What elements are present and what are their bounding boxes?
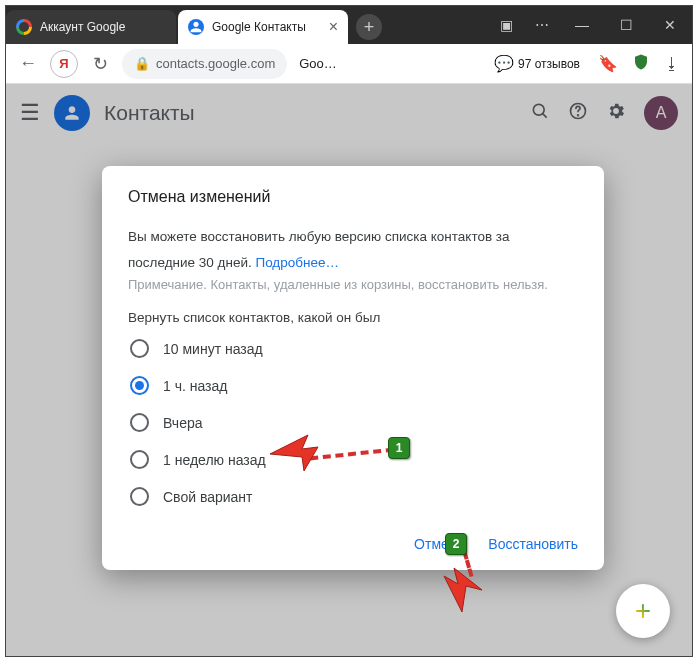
app-logo-icon	[54, 95, 90, 131]
dialog-note: Примечание. Контакты, удаленные из корзи…	[128, 277, 578, 292]
window-minimize-button[interactable]: —	[560, 6, 604, 44]
browser-window: Аккаунт Google Google Контакты × + ▣ ⋯ —…	[5, 5, 693, 657]
svg-point-0	[533, 104, 544, 115]
radio-icon	[130, 487, 149, 506]
option-10-min[interactable]: 10 минут назад	[130, 339, 578, 358]
close-tab-icon[interactable]: ×	[329, 18, 338, 36]
search-icon[interactable]	[530, 101, 550, 126]
titlebar: Аккаунт Google Google Контакты × + ▣ ⋯ —…	[6, 6, 692, 44]
help-icon[interactable]	[568, 101, 588, 126]
reload-button[interactable]: ↻	[86, 50, 114, 78]
address-bar: ← Я ↻ 🔒 contacts.google.com Goo… 💬 97 от…	[6, 44, 692, 84]
option-custom[interactable]: Свой вариант	[130, 487, 578, 506]
url-truncated: Goo…	[299, 56, 337, 71]
window-close-button[interactable]: ✕	[648, 6, 692, 44]
new-tab-button[interactable]: +	[356, 14, 382, 40]
restore-button[interactable]: Восстановить	[488, 536, 578, 552]
hamburger-menu-icon[interactable]: ☰	[20, 100, 40, 126]
app-title: Контакты	[104, 101, 195, 125]
menu-dots-icon[interactable]: ⋯	[524, 6, 560, 44]
radio-icon	[130, 339, 149, 358]
bookmark-icon[interactable]: 🔖	[598, 54, 618, 73]
tab-google-account[interactable]: Аккаунт Google	[6, 10, 176, 44]
extensions-panel-icon[interactable]: ▣	[488, 6, 524, 44]
svg-point-3	[578, 114, 579, 115]
url-box[interactable]: 🔒 contacts.google.com	[122, 49, 287, 79]
dialog-body: Вы можете восстановить любую версию спис…	[128, 224, 578, 275]
plus-icon: +	[635, 595, 651, 627]
option-1-hour[interactable]: 1 ч. назад	[130, 376, 578, 395]
restore-options: 10 минут назад 1 ч. назад Вчера 1 неделю…	[130, 339, 578, 506]
create-contact-fab[interactable]: +	[616, 584, 670, 638]
app-bar: ☰ Контакты A	[6, 84, 692, 142]
annotation-arrow-2	[440, 566, 484, 614]
dialog-title: Отмена изменений	[128, 188, 578, 206]
reviews-dot-icon: 💬	[494, 54, 514, 73]
yandex-button[interactable]: Я	[50, 50, 78, 78]
svg-line-1	[543, 113, 547, 117]
tab-title: Google Контакты	[212, 20, 306, 34]
window-maximize-button[interactable]: ☐	[604, 6, 648, 44]
undo-changes-dialog: Отмена изменений Вы можете восстановить …	[102, 166, 604, 570]
option-yesterday[interactable]: Вчера	[130, 413, 578, 432]
learn-more-link[interactable]: Подробнее…	[255, 255, 339, 270]
contacts-favicon-icon	[188, 19, 204, 35]
svg-marker-5	[444, 568, 482, 612]
url-text: contacts.google.com	[156, 56, 275, 71]
svg-marker-4	[270, 435, 318, 471]
adblock-shield-icon[interactable]	[632, 53, 650, 75]
dialog-subheader: Вернуть список контактов, какой он был	[128, 310, 578, 325]
lock-icon: 🔒	[134, 56, 150, 71]
reviews-count: 97 отзывов	[518, 57, 580, 71]
tab-title: Аккаунт Google	[40, 20, 125, 34]
annotation-badge-1: 1	[388, 437, 410, 459]
radio-icon	[130, 450, 149, 469]
annotation-arrow-1	[268, 431, 320, 473]
radio-icon	[130, 413, 149, 432]
download-icon[interactable]: ⭳	[664, 55, 680, 73]
settings-gear-icon[interactable]	[606, 101, 626, 126]
account-avatar[interactable]: A	[644, 96, 678, 130]
radio-icon	[130, 376, 149, 395]
annotation-badge-2: 2	[445, 533, 467, 555]
page-viewport: ☰ Контакты A	[6, 84, 692, 656]
google-favicon-icon	[16, 19, 32, 35]
back-button[interactable]: ←	[14, 50, 42, 78]
tab-google-contacts[interactable]: Google Контакты ×	[178, 10, 348, 44]
reviews-extension[interactable]: 💬 97 отзывов	[494, 54, 580, 73]
